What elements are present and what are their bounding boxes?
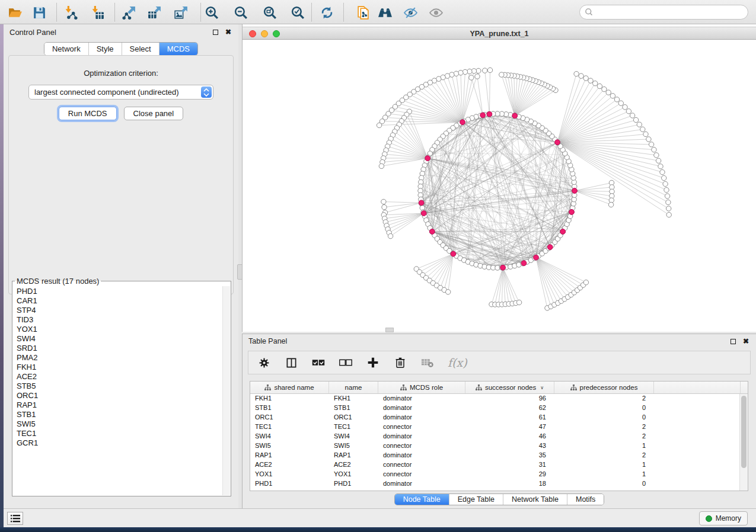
graph-node-mcds[interactable] [419, 200, 424, 206]
mcds-result-item[interactable]: YOX1 [17, 325, 222, 334]
table-cell[interactable]: ORC1 [250, 413, 329, 422]
table-cell[interactable]: dominator [378, 403, 465, 413]
float-table-panel-icon[interactable] [729, 337, 737, 345]
tab-network-table[interactable]: Network Table [503, 494, 567, 505]
table-row[interactable]: FKH1FKH1dominator962 [250, 394, 739, 403]
zoom-fit-icon[interactable] [261, 4, 278, 21]
table-cell[interactable]: PHD1 [329, 479, 378, 489]
table-cell[interactable]: 47 [465, 422, 554, 432]
graph-leaf-node[interactable] [618, 101, 623, 105]
import-table-icon[interactable] [89, 4, 106, 21]
export-table-icon[interactable] [146, 4, 162, 21]
graph-leaf-node[interactable] [381, 199, 386, 204]
table-row[interactable]: RAP1RAP1dominator352 [250, 451, 739, 460]
graph-leaf-node[interactable] [654, 153, 659, 158]
graph-leaf-node[interactable] [656, 158, 661, 163]
mcds-result-item[interactable]: SWI5 [17, 419, 222, 429]
graph-leaf-node[interactable] [454, 71, 458, 76]
save-icon[interactable] [31, 4, 47, 21]
graph-leaf-node[interactable] [583, 280, 588, 285]
column-header-name[interactable]: name [329, 382, 378, 393]
table-cell[interactable]: dominator [378, 394, 465, 403]
tab-edge-table[interactable]: Edge Table [449, 494, 503, 505]
graph-leaf-node[interactable] [606, 90, 611, 95]
graph-leaf-node[interactable] [666, 200, 671, 204]
table-cell[interactable]: TEC1 [329, 422, 378, 432]
close-panel-button[interactable]: Close panel [124, 107, 184, 120]
graph-leaf-node[interactable] [483, 68, 487, 73]
table-cell[interactable]: 1 [554, 470, 654, 479]
tab-mcds[interactable]: MCDS [159, 43, 197, 55]
horizontal-splitter-grip[interactable] [385, 328, 394, 332]
import-network-icon[interactable] [62, 4, 79, 21]
mcds-result-item[interactable]: ORC1 [17, 391, 222, 400]
graph-node-mcds[interactable] [572, 188, 578, 194]
mcds-result-item[interactable]: PMA2 [17, 353, 222, 363]
table-cell[interactable]: 35 [465, 451, 554, 460]
table-cell[interactable]: 1 [554, 460, 654, 470]
table-cell[interactable]: 96 [465, 394, 554, 403]
find-binoculars-icon[interactable] [377, 4, 393, 21]
table-cell[interactable]: connector [378, 460, 465, 470]
table-scrollbar-thumb[interactable] [741, 396, 747, 468]
graph-leaf-node[interactable] [610, 94, 615, 98]
delete-icon[interactable] [393, 355, 407, 370]
refresh-icon[interactable] [318, 4, 335, 21]
graph-node-mcds[interactable] [480, 113, 486, 118]
table-cell[interactable]: RAP1 [250, 451, 329, 460]
mcds-result-item[interactable]: ACE2 [17, 372, 222, 382]
graph-leaf-node[interactable] [660, 169, 665, 174]
graph-leaf-node[interactable] [602, 86, 607, 91]
graph-leaf-node[interactable] [469, 75, 474, 80]
table-row[interactable]: ACE2ACE2connector311 [250, 460, 739, 470]
mcds-result-item[interactable]: TID3 [17, 315, 222, 325]
mcds-result-item[interactable]: PHD1 [17, 287, 222, 296]
table-row[interactable]: SWI5SWI5connector431 [250, 441, 739, 451]
table-cell[interactable]: 1 [554, 441, 654, 451]
table-cell[interactable]: 31 [465, 460, 554, 470]
graph-leaf-node[interactable] [382, 205, 387, 210]
export-image-icon[interactable] [173, 4, 189, 21]
table-cell[interactable]: 62 [465, 403, 554, 413]
table-cell[interactable]: 18 [465, 479, 554, 489]
table-cell[interactable]: YOX1 [329, 470, 378, 479]
mcds-result-item[interactable]: CAR1 [17, 296, 222, 306]
graph-leaf-node[interactable] [630, 113, 634, 118]
function-icon[interactable]: f(x) [448, 356, 467, 369]
graph-leaf-node[interactable] [462, 69, 467, 74]
table-row[interactable]: ORC1ORC1dominator610 [250, 413, 739, 422]
table-cell[interactable]: SWI5 [329, 441, 378, 451]
table-cell[interactable]: 61 [465, 413, 554, 422]
graph-leaf-node[interactable] [388, 233, 393, 238]
table-cell[interactable]: 0 [554, 479, 654, 489]
column-header-successor-nodes[interactable]: successor nodes∨ [465, 382, 554, 393]
table-row[interactable]: PHD1PHD1dominator180 [250, 479, 739, 489]
float-panel-icon[interactable] [211, 28, 219, 36]
table-row[interactable]: SWI4SWI4dominator462 [250, 432, 739, 441]
table-cell[interactable]: connector [378, 422, 465, 432]
graph-leaf-node[interactable] [666, 212, 671, 217]
graph-leaf-node[interactable] [579, 73, 583, 78]
zoom-out-icon[interactable] [232, 4, 249, 21]
tab-select[interactable]: Select [122, 43, 159, 55]
graph-leaf-node[interactable] [664, 188, 669, 193]
graph-leaf-node[interactable] [643, 132, 648, 136]
column-header-empty[interactable] [654, 382, 741, 393]
gear-icon[interactable] [257, 355, 271, 370]
search-input[interactable] [594, 7, 748, 18]
graph-leaf-node[interactable] [646, 137, 651, 142]
table-cell[interactable]: SWI4 [329, 432, 378, 441]
open-folder-icon[interactable] [7, 4, 23, 21]
table-cell[interactable]: ACE2 [250, 460, 329, 470]
network-canvas[interactable] [243, 40, 756, 332]
graph-node-mcds[interactable] [512, 113, 518, 118]
graph-leaf-node[interactable] [574, 72, 579, 76]
graph-leaf-node[interactable] [475, 74, 480, 79]
graph-leaf-node[interactable] [626, 109, 631, 114]
graph-leaf-node[interactable] [663, 181, 668, 186]
mcds-result-item[interactable]: RAP1 [17, 400, 222, 410]
graph-leaf-node[interactable] [665, 194, 669, 198]
graph-leaf-node[interactable] [649, 142, 653, 147]
table-cell[interactable]: connector [378, 441, 465, 451]
table-cell[interactable]: 0 [554, 403, 654, 413]
